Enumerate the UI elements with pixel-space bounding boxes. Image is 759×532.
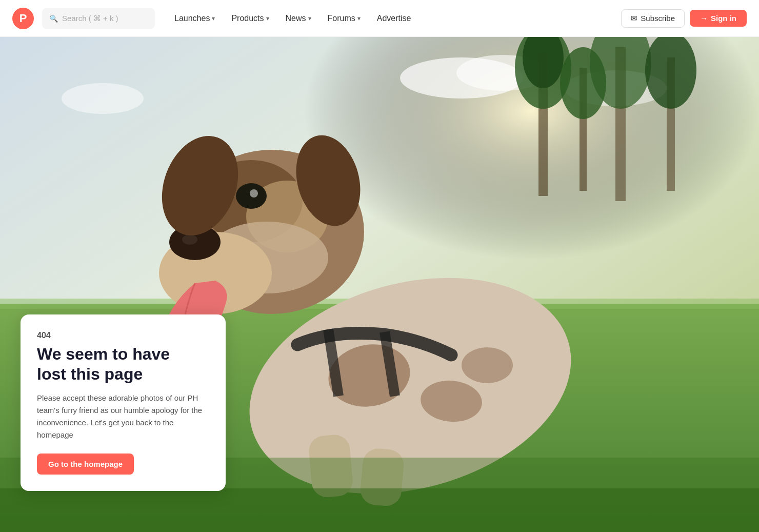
nav-label-news: News xyxy=(286,14,306,23)
signin-label: Sign in xyxy=(711,14,736,23)
signin-button[interactable]: → Sign in xyxy=(690,10,747,27)
nav-item-news[interactable]: News ▾ xyxy=(278,10,318,27)
nav-label-advertise: Advertise xyxy=(377,14,411,23)
nav-items: Launches ▾ Products ▾ News ▾ Forums ▾ Ad… xyxy=(167,10,617,27)
svg-point-27 xyxy=(182,234,197,245)
go-to-homepage-button[interactable]: Go to the homepage xyxy=(37,454,134,475)
nav-item-launches[interactable]: Launches ▾ xyxy=(167,10,222,27)
nav-actions: ✉ Subscribe → Sign in xyxy=(621,9,747,28)
svg-point-4 xyxy=(62,83,144,114)
logo[interactable]: P xyxy=(12,8,34,29)
signin-icon: → xyxy=(700,14,708,23)
error-description: Please accept these adorable photos of o… xyxy=(37,392,209,441)
subscribe-label: Subscribe xyxy=(641,14,675,23)
chevron-down-icon: ▾ xyxy=(308,15,311,22)
search-bar[interactable]: 🔍 Search ( ⌘ + k ) xyxy=(42,8,155,29)
search-placeholder: Search ( ⌘ + k ) xyxy=(62,14,118,23)
chevron-down-icon: ▾ xyxy=(212,15,215,22)
subscribe-button[interactable]: ✉ Subscribe xyxy=(621,9,685,28)
error-title-line2: lost this page xyxy=(37,365,143,383)
chevron-down-icon: ▾ xyxy=(266,15,269,22)
svg-point-29 xyxy=(250,189,258,198)
subscribe-icon: ✉ xyxy=(631,14,637,23)
nav-label-launches: Launches xyxy=(174,14,210,23)
nav-item-forums[interactable]: Forums ▾ xyxy=(321,10,368,27)
svg-point-20 xyxy=(462,347,513,383)
nav-item-advertise[interactable]: Advertise xyxy=(370,10,418,27)
chevron-down-icon: ▾ xyxy=(357,15,361,22)
nav-label-products: Products xyxy=(231,14,264,23)
error-card: 404 We seem to have lost this page Pleas… xyxy=(21,314,226,491)
error-title-line1: We seem to have xyxy=(37,345,170,363)
logo-icon[interactable]: P xyxy=(12,8,34,29)
search-icon: 🔍 xyxy=(49,14,58,23)
svg-rect-35 xyxy=(0,488,759,532)
nav-label-forums: Forums xyxy=(328,14,355,23)
navbar: P 🔍 Search ( ⌘ + k ) Launches ▾ Products… xyxy=(0,0,759,37)
nav-item-products[interactable]: Products ▾ xyxy=(224,10,276,27)
error-code: 404 xyxy=(37,331,209,340)
error-title: We seem to have lost this page xyxy=(37,344,209,384)
